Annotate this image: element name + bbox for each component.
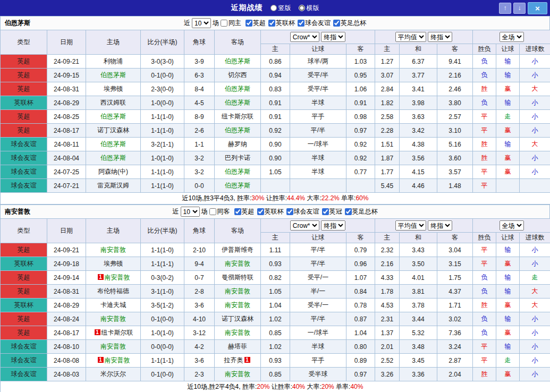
col-away: 客场 [215,219,261,243]
recent-count-select[interactable]: 10 [192,18,211,28]
red-card-badge: 1 [244,357,250,363]
close-button[interactable]: × [528,2,547,14]
league-filter-checkbox[interactable]: 英联杯 [257,207,284,216]
home-team-cell[interactable]: 米尔沃尔 [86,368,141,381]
layout-radio-vertical[interactable]: 竖版 [270,4,291,13]
same-venue-filter[interactable]: 同客 [209,207,230,216]
league-filter-checkbox[interactable]: 球会友谊 [286,207,319,216]
away-team-cell[interactable]: 赫罗纳 [215,138,261,151]
home-team-cell[interactable]: 1南安普敦 [86,354,141,368]
away-team-cell[interactable]: 切尔西 [215,69,261,82]
away-team-cell[interactable]: 南安普敦 [215,299,261,312]
away-team-cell[interactable]: 南安普敦 [215,368,261,381]
away-team-cell[interactable]: 伯恩茅斯 [215,82,261,96]
home-team-cell[interactable]: 南安普敦 [86,312,141,326]
home-team-cell[interactable]: 布伦特福德 [86,285,141,299]
home-team-cell[interactable]: 诺丁汉森林 [86,124,141,138]
league-checkbox-input[interactable] [298,20,304,27]
match-scope-select[interactable]: 全场 [500,32,524,42]
league-checkbox-input[interactable] [234,208,241,215]
league-filter-checkbox[interactable]: 球会友谊 [298,19,331,28]
avg-draw-odds: 3.36 [400,368,437,381]
away-team-cell[interactable]: 伯恩茅斯 [215,124,261,138]
away-team-cell[interactable]: 南安普敦 [215,326,261,340]
winloss-result: 负 [473,285,496,299]
league-checkbox-input[interactable] [246,20,252,27]
europe-odds-time-select[interactable]: 终指 [428,220,452,231]
home-team-cell[interactable]: 伯恩茅斯 [86,69,141,82]
recent-count-select[interactable]: 10 [181,207,200,217]
match-date: 24-09-18 [47,257,86,271]
horizontal-layout-radio-input[interactable] [299,5,305,11]
odds-company-select[interactable]: Crow* [290,32,319,42]
home-team-cell[interactable]: 1纽卡斯尔联 [86,326,141,340]
filter-bar: 伯恩茅斯 近 10 场 同主 英超英联杯球会友谊英足总杯 [0,16,550,30]
away-team-cell[interactable]: 赫塔菲 [215,340,261,354]
home-team-cell[interactable]: 埃弗顿 [86,257,141,271]
home-team-cell[interactable]: 卡迪夫城 [86,299,141,312]
vertical-layout-radio-input[interactable] [270,5,277,11]
league-checkbox-input[interactable] [345,208,352,215]
league-filter-checkbox[interactable]: 英足总杯 [333,19,366,28]
same-venue-checkbox[interactable] [221,20,227,27]
league-filter-checkbox[interactable]: 英足总杯 [345,207,378,216]
home-team-cell[interactable]: 伯恩茅斯 [86,110,141,124]
goals-result: 小 [520,55,550,69]
away-team-cell[interactable]: 南安普敦 [215,257,261,271]
away-team-cell[interactable]: 巴列卡诺 [215,151,261,165]
home-team-cell[interactable]: 1南安普敦 [86,271,141,285]
home-team-cell[interactable]: 雷克斯汉姆 [86,179,141,193]
away-team-cell[interactable]: 南安普敦 [215,285,261,299]
avg-draw-odds: 3.41 [400,82,437,96]
league-checkbox-input[interactable] [268,20,275,27]
away-team-cell[interactable]: 伯恩茅斯 [215,96,261,110]
home-team-cell[interactable]: 伯恩茅斯 [86,151,141,165]
league-checkbox-input[interactable] [333,20,340,27]
europe-odds-time-select[interactable]: 终指 [428,32,452,42]
match-scope-select[interactable]: 全场 [500,220,524,231]
same-venue-filter[interactable]: 同主 [221,19,241,28]
asian-home-odds: 1.11 [261,243,290,257]
league-checkbox-input[interactable] [257,208,264,215]
away-team-cell[interactable]: 拉齐奥1 [215,354,261,368]
move-up-button[interactable]: ↑ [499,3,511,14]
asian-odds-time-select[interactable]: 终指 [321,32,345,42]
layout-radio-horizontal[interactable]: 横版 [299,4,319,13]
match-score: 0-0(0-0) [141,340,184,354]
corner-count: 4-5 [184,96,215,110]
away-team-cell[interactable]: 伊普斯维奇 [215,243,261,257]
europe-odds-type-select[interactable]: 平均值 [395,220,426,231]
home-team-cell[interactable]: 南安普敦 [86,243,141,257]
home-team-cell[interactable]: 西汉姆联 [86,96,141,110]
asian-away-odds: 1.04 [346,326,375,340]
away-team-cell[interactable]: 伯恩茅斯 [215,179,261,193]
summary-segment: 让胜率: [269,383,292,390]
home-team-cell[interactable]: 伯恩茅斯 [86,138,141,151]
home-team-cell[interactable]: 阿森纳(中) [86,165,141,179]
goals-result: 走 [520,271,550,285]
away-team-cell[interactable]: 伯恩茅斯 [215,55,261,69]
league-filter-checkbox[interactable]: 英超 [234,207,255,216]
league-filter-checkbox[interactable]: 英联杯 [268,19,295,28]
home-team-cell[interactable]: 南安普敦 [86,340,141,354]
home-team-cell[interactable]: 埃弗顿 [86,82,141,96]
europe-odds-type-select[interactable]: 平均值 [395,32,426,42]
handicap-result: 输 [496,96,520,110]
match-score: 1-0(1-0) [141,326,184,340]
summary-segment: 44.4% [287,194,305,202]
home-team-name: 米尔沃尔 [100,370,126,378]
match-score: 1-1(1-0) [141,243,184,257]
league-filter-checkbox[interactable]: 英超 [246,19,266,28]
league-filter-checkbox[interactable]: 英冠 [322,207,342,216]
home-team-cell[interactable]: 利物浦 [86,55,141,69]
asian-odds-time-select[interactable]: 终指 [321,220,345,231]
league-checkbox-input[interactable] [322,208,329,215]
odds-company-select[interactable]: Crow* [290,220,319,231]
away-team-cell[interactable]: 诺丁汉森林 [215,312,261,326]
away-team-cell[interactable]: 曼彻斯特联 [215,271,261,285]
away-team-cell[interactable]: 纽卡斯尔联 [215,110,261,124]
same-venue-checkbox[interactable] [209,208,216,215]
league-checkbox-input[interactable] [286,208,293,215]
move-down-button[interactable]: ↓ [513,3,526,14]
away-team-cell[interactable]: 伯恩茅斯 [215,165,261,179]
